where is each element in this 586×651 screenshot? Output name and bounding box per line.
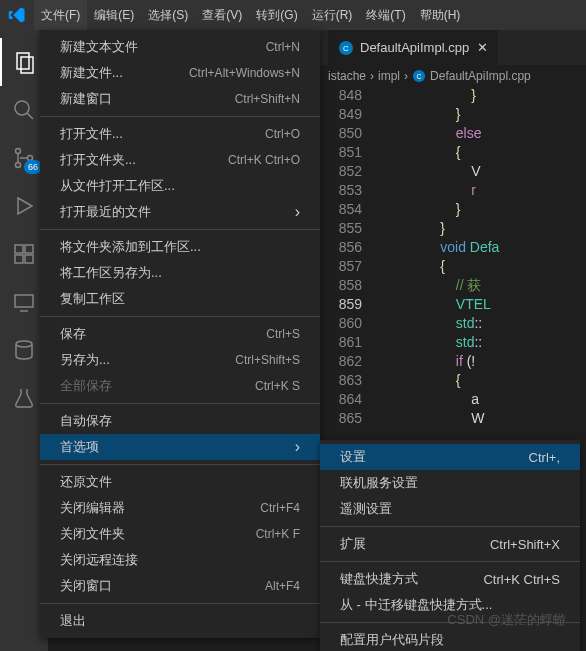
submenu-online-services[interactable]: 联机服务设置 bbox=[320, 470, 580, 496]
close-icon[interactable]: ✕ bbox=[477, 40, 488, 55]
code-line[interactable]: 853 r bbox=[328, 182, 586, 201]
svg-rect-10 bbox=[15, 255, 23, 263]
menu-save-all[interactable]: 全部保存Ctrl+K S bbox=[40, 373, 320, 399]
code-line[interactable]: 849 } bbox=[328, 106, 586, 125]
submenu-extensions[interactable]: 扩展Ctrl+Shift+X bbox=[320, 531, 580, 557]
menu-close-editor[interactable]: 关闭编辑器Ctrl+F4 bbox=[40, 495, 320, 521]
code-line[interactable]: 859 VTEL bbox=[328, 296, 586, 315]
menu-save[interactable]: 保存Ctrl+S bbox=[40, 321, 320, 347]
menu-auto-save[interactable]: 自动保存 bbox=[40, 408, 320, 434]
code-line[interactable]: 857 { bbox=[328, 258, 586, 277]
code-line[interactable]: 863 { bbox=[328, 372, 586, 391]
menu-close-remote[interactable]: 关闭远程连接 bbox=[40, 547, 320, 573]
menu-preferences[interactable]: 首选项 bbox=[40, 434, 320, 460]
menu-view[interactable]: 查看(V) bbox=[195, 0, 249, 30]
menu-open-file[interactable]: 打开文件...Ctrl+O bbox=[40, 121, 320, 147]
menu-new-text-file[interactable]: 新建文本文件Ctrl+N bbox=[40, 34, 320, 60]
menu-close-folder[interactable]: 关闭文件夹Ctrl+K F bbox=[40, 521, 320, 547]
svg-rect-9 bbox=[25, 245, 33, 253]
menu-duplicate-workspace[interactable]: 复制工作区 bbox=[40, 286, 320, 312]
svg-line-3 bbox=[27, 113, 33, 119]
svg-point-5 bbox=[16, 163, 21, 168]
menu-run[interactable]: 运行(R) bbox=[305, 0, 360, 30]
submenu-configure-snippets[interactable]: 配置用户代码片段 bbox=[320, 627, 580, 651]
tab-file[interactable]: C DefaultApiImpl.cpp ✕ bbox=[328, 30, 499, 65]
submenu-telemetry[interactable]: 遥测设置 bbox=[320, 496, 580, 522]
menu-save-workspace-as[interactable]: 将工作区另存为... bbox=[40, 260, 320, 286]
menu-new-window[interactable]: 新建窗口Ctrl+Shift+N bbox=[40, 86, 320, 112]
menu-exit[interactable]: 退出 bbox=[40, 608, 320, 634]
menu-open-workspace[interactable]: 从文件打开工作区... bbox=[40, 173, 320, 199]
cpp-file-icon: C bbox=[412, 69, 426, 83]
svg-rect-1 bbox=[21, 57, 33, 73]
menu-selection[interactable]: 选择(S) bbox=[141, 0, 195, 30]
menu-file[interactable]: 文件(F) bbox=[34, 0, 87, 30]
menu-edit[interactable]: 编辑(E) bbox=[87, 0, 141, 30]
cpp-file-icon: C bbox=[338, 40, 354, 56]
menu-open-recent[interactable]: 打开最近的文件 bbox=[40, 199, 320, 225]
svg-rect-8 bbox=[15, 245, 23, 253]
vscode-logo-icon bbox=[8, 6, 26, 24]
tab-label: DefaultApiImpl.cpp bbox=[360, 40, 469, 55]
menu-terminal[interactable]: 终端(T) bbox=[359, 0, 412, 30]
svg-point-14 bbox=[16, 341, 32, 347]
code-line[interactable]: 860 std:: bbox=[328, 315, 586, 334]
code-line[interactable]: 862 if (! bbox=[328, 353, 586, 372]
code-line[interactable]: 848 } bbox=[328, 87, 586, 106]
svg-marker-7 bbox=[18, 198, 32, 214]
menu-save-as[interactable]: 另存为...Ctrl+Shift+S bbox=[40, 347, 320, 373]
menu-goto[interactable]: 转到(G) bbox=[249, 0, 304, 30]
menu-add-folder[interactable]: 将文件夹添加到工作区... bbox=[40, 234, 320, 260]
submenu-keyboard-shortcuts[interactable]: 键盘快捷方式Ctrl+K Ctrl+S bbox=[320, 566, 580, 592]
menu-revert-file[interactable]: 还原文件 bbox=[40, 469, 320, 495]
code-line[interactable]: 852 V bbox=[328, 163, 586, 182]
file-menu-dropdown: 新建文本文件Ctrl+N 新建文件...Ctrl+Alt+Windows+N 新… bbox=[40, 30, 320, 638]
watermark: CSDN @迷茫的蜉蝣 bbox=[447, 611, 566, 629]
svg-rect-11 bbox=[25, 255, 33, 263]
code-line[interactable]: 851 { bbox=[328, 144, 586, 163]
submenu-settings[interactable]: 设置Ctrl+, bbox=[320, 444, 580, 470]
svg-rect-0 bbox=[17, 53, 29, 69]
svg-rect-12 bbox=[15, 295, 33, 307]
svg-text:C: C bbox=[343, 44, 349, 53]
code-line[interactable]: 865 W bbox=[328, 410, 586, 429]
menu-bar: 文件(F) 编辑(E) 选择(S) 查看(V) 转到(G) 运行(R) 终端(T… bbox=[0, 0, 586, 30]
code-line[interactable]: 861 std:: bbox=[328, 334, 586, 353]
code-line[interactable]: 854 } bbox=[328, 201, 586, 220]
svg-point-2 bbox=[15, 101, 29, 115]
menu-new-file[interactable]: 新建文件...Ctrl+Alt+Windows+N bbox=[40, 60, 320, 86]
code-line[interactable]: 858 // 获 bbox=[328, 277, 586, 296]
menu-close-window[interactable]: 关闭窗口Alt+F4 bbox=[40, 573, 320, 599]
code-line[interactable]: 850 else bbox=[328, 125, 586, 144]
menu-open-folder[interactable]: 打开文件夹...Ctrl+K Ctrl+O bbox=[40, 147, 320, 173]
code-line[interactable]: 856 void Defa bbox=[328, 239, 586, 258]
menu-help[interactable]: 帮助(H) bbox=[413, 0, 468, 30]
svg-point-4 bbox=[16, 149, 21, 154]
svg-text:C: C bbox=[417, 73, 422, 80]
code-line[interactable]: 864 a bbox=[328, 391, 586, 410]
code-line[interactable]: 855 } bbox=[328, 220, 586, 239]
